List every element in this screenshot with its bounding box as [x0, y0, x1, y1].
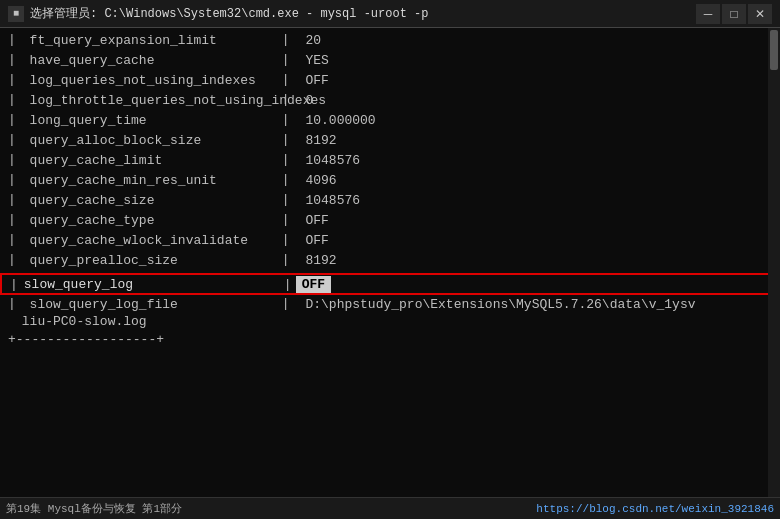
pipe: [0, 313, 18, 330]
table-row: | long_query_time | 10.000000: [0, 112, 780, 132]
var-name: ft_query_expansion_limit: [18, 32, 278, 52]
pipe: |: [0, 212, 18, 232]
scrollbar[interactable]: [768, 28, 780, 497]
pipe2: |: [278, 252, 294, 272]
var-name: query_cache_type: [18, 212, 278, 232]
var-name: query_cache_min_res_unit: [18, 172, 278, 192]
var-value: 20: [294, 32, 325, 52]
title-bar: ■ 选择管理员: C:\Windows\System32\cmd.exe - m…: [0, 0, 780, 28]
scrollbar-thumb[interactable]: [770, 30, 778, 70]
var-value: D:\phpstudy_pro\Extensions\MySQL5.7.26\d…: [294, 296, 700, 313]
var-name: log_queries_not_using_indexes: [18, 72, 278, 92]
cmd-icon: ■: [8, 6, 24, 22]
pipe: |: [0, 52, 18, 72]
table-row: | query_alloc_block_size | 8192: [0, 132, 780, 152]
pipe2: |: [278, 192, 294, 212]
pipe2: |: [278, 172, 294, 192]
var-name: query_prealloc_size: [18, 252, 278, 272]
var-name: slow_query_log_file: [18, 296, 278, 313]
pipe: |: [0, 296, 18, 313]
slow-query-file-row2: liu-PC0-slow.log: [0, 313, 780, 330]
var-name: query_cache_wlock_invalidate: [18, 232, 278, 252]
pipe: |: [0, 92, 18, 112]
var-value: 0: [294, 92, 318, 112]
var-value: YES: [294, 52, 333, 72]
pipe: |: [0, 32, 18, 52]
var-name: long_query_time: [18, 112, 278, 132]
var-name: query_alloc_block_size: [18, 132, 278, 152]
pipe: |: [0, 192, 18, 212]
slow-query-log-row: | slow_query_log | OFF: [0, 273, 778, 295]
bottom-separator: +------------------+: [0, 332, 780, 347]
slow-query-file-row1: | slow_query_log_file | D:\phpstudy_pro\…: [0, 296, 780, 313]
table-row: | query_cache_size | 1048576: [0, 192, 780, 212]
pipe: |: [0, 152, 18, 172]
var-value: OFF: [294, 232, 333, 252]
minimize-button[interactable]: ─: [696, 4, 720, 24]
var-value: 10.000000: [294, 112, 380, 132]
maximize-button[interactable]: □: [722, 4, 746, 24]
status-url: https://blog.csdn.net/weixin_3921846: [536, 503, 774, 515]
pipe2: |: [278, 152, 294, 172]
var-value: 8192: [294, 132, 341, 152]
table-row: | ft_query_expansion_limit | 20: [0, 32, 780, 52]
table-row: | log_queries_not_using_indexes | OFF: [0, 72, 780, 92]
slow-query-log-name: slow_query_log: [20, 276, 280, 293]
table-row: | query_prealloc_size | 8192: [0, 252, 780, 272]
var-name: query_cache_size: [18, 192, 278, 212]
window-title: 选择管理员: C:\Windows\System32\cmd.exe - mys…: [30, 5, 428, 22]
var-name: query_cache_limit: [18, 152, 278, 172]
pipe: |: [2, 277, 20, 292]
title-bar-left: ■ 选择管理员: C:\Windows\System32\cmd.exe - m…: [8, 5, 428, 22]
pipe2: |: [278, 232, 294, 252]
pipe2: |: [278, 112, 294, 132]
var-name: log_throttle_queries_not_using_indexes: [18, 92, 278, 112]
table-row: | have_query_cache | YES: [0, 52, 780, 72]
terminal-content: | ft_query_expansion_limit | 20 | have_q…: [0, 28, 780, 497]
table-row: | query_cache_min_res_unit | 4096: [0, 172, 780, 192]
pipe: |: [0, 252, 18, 272]
pipe: |: [0, 172, 18, 192]
pipe2: |: [278, 32, 294, 52]
pipe2: |: [278, 92, 294, 112]
status-left-text: 第19集 Mysql备份与恢复 第1部分: [6, 501, 182, 516]
var-name: have_query_cache: [18, 52, 278, 72]
window-controls: ─ □ ✕: [696, 4, 772, 24]
table-row: | query_cache_limit | 1048576: [0, 152, 780, 172]
table-row: | query_cache_type | OFF: [0, 212, 780, 232]
pipe: |: [0, 72, 18, 92]
pipe: |: [0, 132, 18, 152]
var-value: 1048576: [294, 192, 364, 212]
close-button[interactable]: ✕: [748, 4, 772, 24]
var-value: 8192: [294, 252, 341, 272]
var-name-empty: liu-PC0-slow.log: [18, 313, 278, 330]
status-bar: 第19集 Mysql备份与恢复 第1部分 https://blog.csdn.n…: [0, 497, 780, 519]
pipe2: |: [278, 296, 294, 313]
var-value: 4096: [294, 172, 341, 192]
pipe: |: [0, 232, 18, 252]
pipe2: |: [278, 212, 294, 232]
pipe2: |: [278, 132, 294, 152]
pipe2: |: [278, 52, 294, 72]
slow-query-log-file-section: | slow_query_log_file | D:\phpstudy_pro\…: [0, 296, 780, 330]
pipe2: |: [278, 72, 294, 92]
slow-query-log-value: OFF: [296, 276, 331, 293]
pipe: |: [0, 112, 18, 132]
table-row: | log_throttle_queries_not_using_indexes…: [0, 92, 780, 112]
var-value: OFF: [294, 212, 333, 232]
var-value: OFF: [294, 72, 333, 92]
pipe2: |: [280, 277, 296, 292]
table-row: | query_cache_wlock_invalidate | OFF: [0, 232, 780, 252]
var-value: 1048576: [294, 152, 364, 172]
